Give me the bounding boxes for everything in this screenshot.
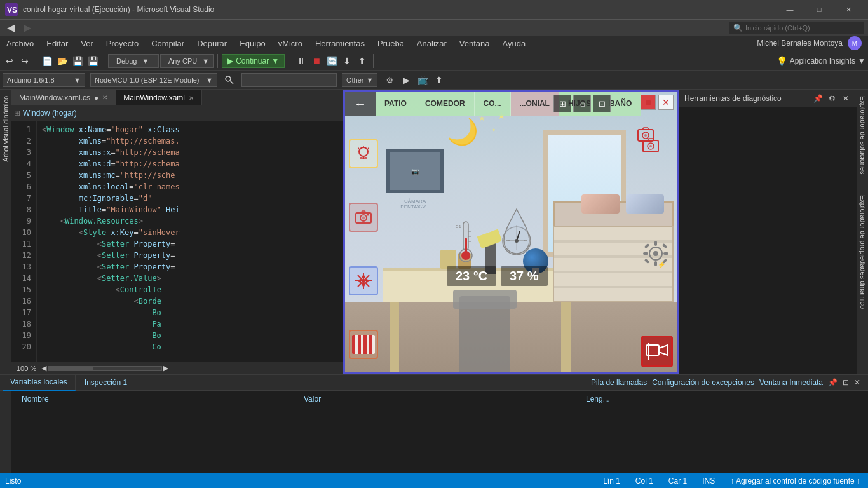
run-button[interactable]: ▶ (399, 73, 413, 87)
status-left-group: Listo (5, 477, 21, 485)
tab-xaml-cs[interactable]: MainWindow.xaml.cs ● ✕ (11, 90, 116, 105)
settings-icon-button[interactable]: ⚡ (640, 238, 672, 271)
status-bar: Listo Lín 1 Col 1 Car 1 INS ↑ Agregar al… (0, 473, 868, 488)
svg-rect-34 (643, 252, 648, 255)
other-dropdown[interactable]: Other ▼ (342, 73, 377, 87)
menu-archivo[interactable]: Archivo (0, 36, 40, 51)
close-button[interactable]: ✕ (834, 0, 863, 19)
code-editor[interactable]: 12345 678910 1112131415 1617181920 <Wind… (11, 121, 343, 362)
upload-button[interactable]: ⬆ (432, 73, 446, 87)
arduino-version-dropdown[interactable]: Arduino 1.6/1.8▼ (3, 73, 85, 87)
serial-port-dropdown[interactable] (241, 73, 337, 87)
new-file-button[interactable]: 📄 (40, 54, 54, 68)
bottom-pin-button[interactable]: 📌 (828, 378, 837, 387)
nav-back-button[interactable]: ◀ (4, 21, 18, 35)
status-car[interactable]: Car 1 (666, 477, 689, 485)
diag-pin-button[interactable]: 📌 (812, 93, 824, 104)
tab-co[interactable]: CO... (475, 92, 511, 116)
scroll-right-button[interactable]: ▶ (163, 364, 168, 372)
immediate-tab[interactable]: Ventana Inmediata (759, 378, 823, 387)
menu-analizar[interactable]: Analizar (410, 36, 453, 51)
sidebar-dynamic-tree[interactable]: Árbol visual dinámico (1, 92, 11, 166)
settings-gear-button[interactable]: ⚙ (383, 73, 397, 87)
search-board-button[interactable] (222, 73, 236, 87)
save-button[interactable]: 💾 (71, 54, 85, 68)
zoom-level[interactable]: 100 % (17, 365, 36, 372)
preview-close-button[interactable]: ✕ (658, 95, 674, 110)
save-all-button[interactable]: 💾 (86, 54, 100, 68)
tab-comedor[interactable]: COMEDOR (416, 92, 475, 116)
menu-equipo[interactable]: Equipo (233, 36, 271, 51)
menu-prueba[interactable]: Prueba (371, 36, 410, 51)
quick-launch-input[interactable] (745, 24, 860, 32)
menu-ayuda[interactable]: Ayuda (496, 36, 532, 51)
sidebar-solution-explorer[interactable]: Explorador de soluciones (858, 92, 868, 179)
diag-close-button[interactable]: ✕ (840, 93, 851, 104)
menu-proyecto[interactable]: Proyecto (100, 36, 145, 51)
undo-button[interactable]: ↩ (3, 54, 17, 68)
cpu-dropdown[interactable]: Any CPU▼ (160, 54, 214, 68)
minimize-button[interactable]: — (775, 0, 804, 19)
status-col[interactable]: Col 1 (633, 477, 656, 485)
drag-tool-1[interactable]: ⊞ (553, 95, 571, 112)
menu-editar[interactable]: Editar (40, 36, 74, 51)
exceptions-tab[interactable]: Configuración de excepciones (652, 378, 754, 387)
menu-ventana[interactable]: Ventana (453, 36, 496, 51)
callstack-tab[interactable]: Pila de llamadas (591, 378, 647, 387)
other-dropdown-icon: ▼ (367, 76, 374, 84)
svg-point-13 (362, 217, 365, 220)
tab-close-button[interactable]: ✕ (102, 94, 107, 101)
board-dropdown[interactable]: NodeMCU 1.0 (ESP-12E Module)▼ (90, 73, 217, 87)
step-out-button[interactable]: ⬆ (355, 54, 369, 68)
open-file-button[interactable]: 📂 (55, 54, 69, 68)
sidebar-properties-explorer[interactable]: Explorador de propiedades dinámico (858, 191, 868, 313)
status-line[interactable]: Lín 1 (600, 477, 623, 485)
code-content[interactable]: <Window x:Name="hogar" x:Class xmlns="ht… (37, 121, 343, 362)
preview-record-button[interactable]: ⏺ (641, 95, 656, 110)
video-camera-button[interactable] (641, 336, 673, 367)
drag-tool-3[interactable]: ⊡ (593, 95, 611, 112)
menu-compilar[interactable]: Compilar (145, 36, 191, 51)
preview-back-button[interactable]: ← (345, 92, 376, 116)
light-control-button[interactable] (349, 139, 378, 168)
freeze-control-button[interactable] (349, 266, 378, 295)
heater-control-button[interactable] (349, 330, 378, 359)
maximize-button[interactable]: □ (804, 0, 834, 19)
app-insights-label[interactable]: Application Insights (790, 57, 855, 65)
diag-settings-button[interactable]: ⚙ (826, 93, 837, 104)
camera-control-button[interactable] (349, 203, 378, 232)
user-avatar[interactable]: M (848, 36, 862, 50)
user-name: Michel Bernales Montoya (757, 39, 843, 48)
tab-onial[interactable]: ...ONIAL (511, 92, 559, 116)
status-ins[interactable]: INS (700, 477, 717, 485)
scroll-left-button[interactable]: ◀ (41, 364, 46, 372)
editor-scrollbar[interactable] (48, 366, 162, 371)
continue-button[interactable]: ▶ Continuar ▼ (222, 54, 285, 68)
bottom-float-button[interactable]: ⊡ (843, 378, 849, 387)
debug-mode-dropdown[interactable]: Debug▼ (108, 54, 159, 68)
menu-ver[interactable]: Ver (74, 36, 100, 51)
svg-point-4 (359, 147, 368, 156)
col-type: Leng... (581, 393, 863, 405)
drag-tool-2[interactable]: ⟤ (573, 95, 591, 112)
menu-depurar[interactable]: Depurar (191, 36, 233, 51)
menu-herramientas[interactable]: Herramientas (309, 36, 371, 51)
svg-text:VS: VS (7, 6, 17, 15)
tab-xaml[interactable]: MainWindow.xaml ✕ (116, 90, 202, 105)
redo-button[interactable]: ↪ (18, 54, 32, 68)
step-over-button[interactable]: ⏸ (294, 54, 308, 68)
tab-active-close-button[interactable]: ✕ (189, 95, 194, 102)
serial-monitor-button[interactable]: 📺 (416, 73, 430, 87)
status-source-control[interactable]: ↑ Agregar al control de código fuente ↑ (728, 477, 863, 485)
nav-forward-button[interactable]: ▶ (20, 21, 34, 35)
stop-button[interactable]: ⏹ (309, 54, 323, 68)
menu-vmicro[interactable]: vMicro (272, 36, 309, 51)
step-into-button[interactable]: ⬇ (340, 54, 354, 68)
tab-patio[interactable]: PATIO (376, 92, 416, 116)
tab-inspection[interactable]: Inspección 1 (77, 375, 135, 391)
bottom-close-button[interactable]: ✕ (854, 378, 860, 387)
app-insights-dropdown[interactable]: ▼ (858, 57, 865, 65)
camera-pair-button[interactable] (637, 126, 672, 163)
tab-local-variables[interactable]: Variables locales (3, 375, 76, 391)
restart-button[interactable]: 🔄 (325, 54, 339, 68)
